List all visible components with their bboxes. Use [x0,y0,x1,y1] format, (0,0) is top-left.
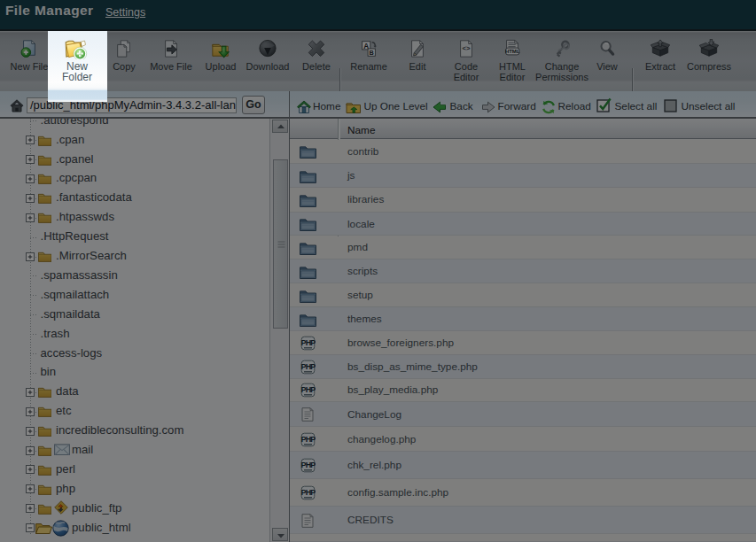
svg-text:PHP: PHP [300,386,316,395]
svg-text:PHP: PHP [300,461,316,469]
svg-text:<>: <> [462,44,471,52]
svg-text:PHP: PHP [300,338,316,347]
svg-text:PHP: PHP [300,362,316,371]
svg-text:PHP: PHP [300,488,316,497]
svg-text:HTML: HTML [505,49,520,54]
svg-text:B: B [370,49,374,57]
svg-text:PHP: PHP [300,435,316,444]
